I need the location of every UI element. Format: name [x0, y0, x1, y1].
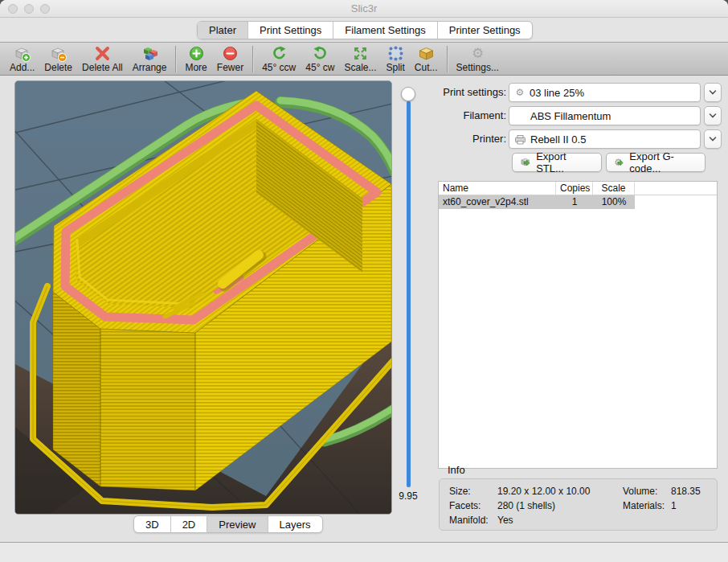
- status-bar: [0, 542, 728, 562]
- print-settings-label: Print settings:: [432, 86, 506, 98]
- window-title: Slic3r: [0, 2, 728, 14]
- delete-button[interactable]: Delete: [44, 44, 72, 73]
- split-button[interactable]: Split: [386, 44, 404, 73]
- scale-label: Scale...: [344, 62, 376, 73]
- toolbar: Add... Delete Delete All: [0, 42, 728, 76]
- object-list[interactable]: Name Copies Scale xt60_cover_v2p4.stl 1 …: [438, 181, 718, 469]
- print-settings-select[interactable]: ⚙ 03 line 25%: [509, 83, 701, 102]
- printer-icon: [514, 134, 526, 145]
- delete-box-icon: [49, 44, 67, 63]
- info-panel: Size: 19.20 x 12.00 x 10.00 Volume: 818.…: [439, 478, 718, 531]
- rotate-cw-label: 45° cw: [305, 62, 334, 73]
- toolbar-separator: [175, 46, 176, 72]
- tab-printer-settings[interactable]: Printer Settings: [438, 22, 532, 39]
- export-gcode-icon: ⚙: [614, 156, 625, 169]
- size-label: Size:: [449, 486, 471, 497]
- add-box-icon: [13, 44, 31, 63]
- fewer-minus-icon: [221, 44, 239, 63]
- filament-select[interactable]: ABS Fillamentum: [509, 106, 701, 125]
- export-stl-button[interactable]: Export STL...: [512, 153, 602, 172]
- tab-row: Plater Print Settings Filament Settings …: [0, 18, 728, 42]
- scale-button[interactable]: Scale...: [344, 44, 376, 73]
- delete-all-icon: [93, 44, 112, 63]
- tab-print-settings[interactable]: Print Settings: [248, 22, 333, 39]
- view-tab-layers[interactable]: Layers: [268, 516, 322, 532]
- filament-value: ABS Fillamentum: [530, 110, 611, 122]
- fewer-label: Fewer: [217, 62, 243, 73]
- printer-dropdown-button[interactable]: [704, 129, 722, 149]
- column-header-copies[interactable]: Copies: [556, 182, 593, 195]
- cut-label: Cut...: [415, 62, 438, 73]
- volume-label: Volume:: [623, 486, 657, 497]
- export-stl-icon: [520, 156, 532, 169]
- arrange-button[interactable]: Arrange: [133, 44, 167, 73]
- view-tab-2d[interactable]: 2D: [171, 516, 208, 532]
- gear-icon: ⚙: [468, 44, 487, 63]
- more-plus-icon: [187, 44, 206, 63]
- table-row[interactable]: xt60_cover_v2p4.stl 1 100%: [439, 195, 635, 209]
- rotate-cw-icon: [311, 44, 329, 63]
- chevron-down-icon: [708, 88, 718, 96]
- view-tab-preview[interactable]: Preview: [207, 516, 268, 532]
- tab-filament-settings[interactable]: Filament Settings: [333, 22, 437, 39]
- materials-label: Materials:: [623, 500, 665, 511]
- cut-button[interactable]: Cut...: [415, 44, 438, 73]
- printer-label: Printer:: [432, 133, 506, 145]
- size-value: 19.20 x 12.00 x 10.00: [497, 486, 590, 497]
- printer-value: Rebell II 0.5: [530, 133, 586, 146]
- viewport-3d-scene: [15, 81, 392, 515]
- cell-name: xt60_cover_v2p4.stl: [439, 195, 556, 209]
- column-header-name[interactable]: Name: [439, 182, 556, 195]
- export-gcode-button[interactable]: ⚙ Export G-code...: [606, 153, 706, 172]
- add-button[interactable]: Add...: [10, 44, 35, 73]
- chevron-down-icon: [708, 112, 718, 120]
- facets-value: 280 (1 shells): [497, 500, 555, 511]
- column-header-scale[interactable]: Scale: [593, 182, 635, 195]
- manifold-value: Yes: [497, 515, 513, 526]
- volume-value: 818.35: [671, 486, 701, 497]
- split-dots-icon: [386, 44, 405, 63]
- export-gcode-label: Export G-code...: [629, 150, 697, 174]
- rotate-cw-button[interactable]: 45° cw: [305, 44, 334, 73]
- svg-text:⚙: ⚙: [516, 87, 525, 98]
- facets-label: Facets:: [449, 500, 481, 511]
- toolbar-separator: [252, 46, 253, 72]
- arrange-label: Arrange: [133, 62, 167, 73]
- app-window: Slic3r Plater Print Settings Filament Se…: [0, 0, 728, 562]
- filament-label: Filament:: [432, 109, 506, 121]
- layer-slider[interactable]: [407, 101, 411, 487]
- cell-scale: 100%: [593, 195, 635, 209]
- tab-plater[interactable]: Plater: [198, 22, 248, 39]
- arrange-cubes-icon: [141, 44, 159, 63]
- view-mode-tabs: 3D 2D Preview Layers: [133, 515, 323, 533]
- fewer-button[interactable]: Fewer: [217, 44, 243, 73]
- print-settings-value: 03 line 25%: [530, 87, 584, 99]
- settings-button[interactable]: ⚙ Settings...: [456, 44, 499, 73]
- title-bar: Slic3r: [0, 0, 728, 18]
- view-tab-3d[interactable]: 3D: [134, 516, 171, 532]
- export-stl-label: Export STL...: [536, 150, 594, 174]
- info-section-title: Info: [448, 464, 465, 476]
- add-label: Add...: [10, 62, 35, 73]
- more-button[interactable]: More: [185, 44, 207, 73]
- printer-select[interactable]: Rebell II 0.5: [509, 129, 701, 149]
- main-tabs: Plater Print Settings Filament Settings …: [197, 21, 533, 39]
- print-settings-dropdown-button[interactable]: [704, 83, 722, 102]
- delete-label: Delete: [44, 62, 72, 73]
- filament-dropdown-button[interactable]: [704, 106, 722, 125]
- split-label: Split: [386, 62, 404, 73]
- layer-slider-thumb[interactable]: [401, 87, 415, 101]
- viewport-3d[interactable]: [14, 80, 392, 515]
- rotate-ccw-label: 45° ccw: [262, 62, 296, 73]
- object-list-header: Name Copies Scale: [439, 182, 717, 195]
- settings-label: Settings...: [456, 62, 499, 73]
- delete-all-button[interactable]: Delete All: [82, 44, 123, 73]
- delete-all-label: Delete All: [82, 62, 123, 73]
- cut-box-icon: [417, 44, 436, 63]
- chevron-down-icon: [708, 135, 718, 143]
- svg-text:⚙: ⚙: [472, 46, 484, 61]
- manifold-label: Manifold:: [449, 515, 489, 526]
- main-area: 9.95 3D 2D Preview Layers Print settings…: [0, 76, 728, 542]
- scale-arrows-icon: [351, 44, 370, 63]
- rotate-ccw-button[interactable]: 45° ccw: [262, 44, 296, 73]
